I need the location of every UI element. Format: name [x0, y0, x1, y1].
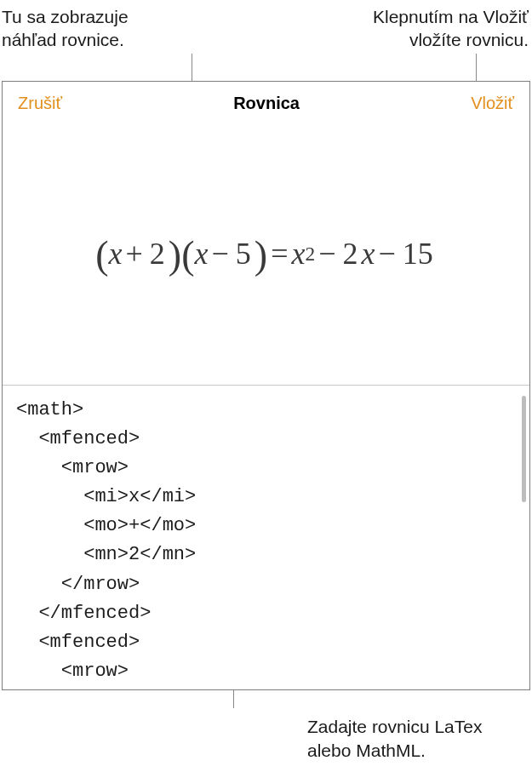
toolbar: Zrušiť Rovnica Vložiť	[3, 82, 529, 122]
insert-button[interactable]: Vložiť	[471, 94, 514, 113]
equation-panel: Zrušiť Rovnica Vložiť (x+2)(x−5)=x2−2x−1…	[2, 81, 530, 690]
code-line: <mfenced>	[16, 628, 516, 657]
equation-token: (	[181, 232, 194, 277]
equation-token: x	[109, 236, 123, 272]
code-line: <mn>2</mn>	[16, 540, 516, 569]
code-line: <mi>x</mi>	[16, 483, 516, 512]
equation-token: )	[255, 232, 267, 277]
scrollbar[interactable]	[522, 396, 526, 502]
cancel-button[interactable]: Zrušiť	[18, 94, 62, 113]
equation-token: +	[123, 236, 146, 272]
code-line: <mrow>	[16, 657, 516, 686]
equation-token: )	[169, 232, 181, 277]
equation-token: 15	[399, 236, 437, 272]
equation-token: 2	[339, 236, 361, 272]
callout-editor: Zadajte rovnicu LaTex alebo MathML.	[307, 715, 529, 762]
equation-token: −	[315, 236, 339, 272]
code-line: <mfenced>	[16, 425, 516, 454]
equation-token: −	[375, 236, 398, 272]
equation-token: (	[95, 232, 108, 277]
equation-token: 2	[146, 236, 169, 272]
equation-token: −	[209, 236, 232, 272]
code-editor[interactable]: <math> <mfenced> <mrow> <mi>x</mi> <mo>+…	[3, 385, 529, 689]
equation-preview: (x+2)(x−5)=x2−2x−15	[3, 122, 529, 385]
equation-token: x	[291, 236, 305, 272]
callout-insert: Klepnutím na Vložiť vložíte rovnicu.	[324, 5, 529, 52]
equation-token: x	[361, 236, 375, 272]
callout-preview: Tu sa zobrazuje náhľad rovnice.	[2, 5, 172, 52]
equation-token: =	[267, 236, 291, 272]
equation-token: 5	[232, 236, 255, 272]
panel-title: Rovnica	[233, 94, 300, 113]
equation-token: x	[195, 236, 209, 272]
code-line: </mrow>	[16, 570, 516, 599]
code-line: </mfenced>	[16, 599, 516, 628]
code-line: <mrow>	[16, 454, 516, 483]
code-line: <mo>+</mo>	[16, 512, 516, 540]
code-line: <math>	[16, 396, 516, 425]
